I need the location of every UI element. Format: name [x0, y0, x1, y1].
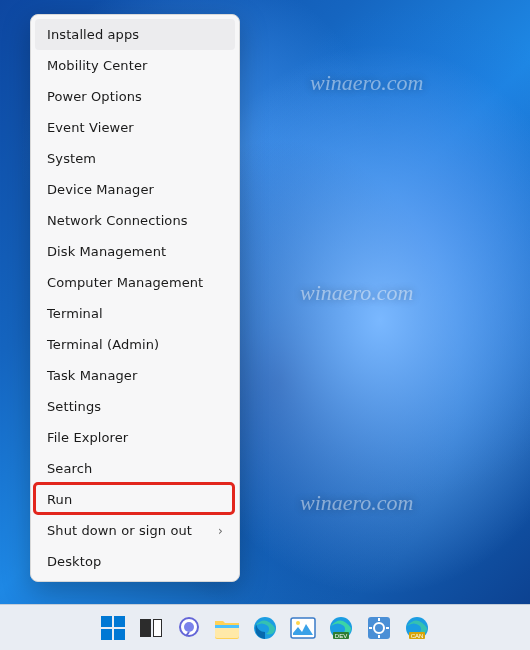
- taskbar: DEV CAN: [0, 604, 530, 650]
- svg-text:DEV: DEV: [335, 633, 347, 639]
- menu-item-label: Terminal: [47, 306, 103, 321]
- menu-item-label: Settings: [47, 399, 101, 414]
- taskview-icon[interactable]: [137, 614, 165, 642]
- menu-item-terminal-admin[interactable]: Terminal (Admin): [35, 329, 235, 360]
- watermark-text: winaero.com: [310, 70, 423, 96]
- menu-item-label: Desktop: [47, 554, 101, 569]
- menu-item-label: Device Manager: [47, 182, 154, 197]
- settings-alt-icon[interactable]: [365, 614, 393, 642]
- winx-context-menu: Installed appsMobility CenterPower Optio…: [30, 14, 240, 582]
- menu-item-mobility-center[interactable]: Mobility Center: [35, 50, 235, 81]
- menu-item-run[interactable]: Run: [35, 484, 235, 515]
- start-icon[interactable]: [99, 614, 127, 642]
- menu-item-label: System: [47, 151, 96, 166]
- menu-item-installed-apps[interactable]: Installed apps: [35, 19, 235, 50]
- menu-item-label: Mobility Center: [47, 58, 147, 73]
- menu-item-label: File Explorer: [47, 430, 128, 445]
- svg-point-6: [296, 621, 300, 625]
- watermark-text: winaero.com: [300, 280, 413, 306]
- watermark-text: winaero.com: [300, 490, 413, 516]
- chevron-right-icon: ›: [218, 524, 223, 538]
- svg-rect-3: [215, 625, 239, 628]
- svg-text:CAN: CAN: [411, 633, 424, 639]
- menu-item-label: Network Connections: [47, 213, 188, 228]
- menu-item-label: Power Options: [47, 89, 142, 104]
- menu-item-label: Task Manager: [47, 368, 137, 383]
- chat-icon[interactable]: [175, 614, 203, 642]
- file-explorer-icon[interactable]: [213, 614, 241, 642]
- menu-item-label: Search: [47, 461, 92, 476]
- edge-canary-icon[interactable]: CAN: [403, 614, 431, 642]
- menu-item-network-connections[interactable]: Network Connections: [35, 205, 235, 236]
- menu-item-file-explorer[interactable]: File Explorer: [35, 422, 235, 453]
- menu-item-search[interactable]: Search: [35, 453, 235, 484]
- menu-item-shut-down-or-sign-out[interactable]: Shut down or sign out›: [35, 515, 235, 546]
- menu-item-computer-management[interactable]: Computer Management: [35, 267, 235, 298]
- menu-item-device-manager[interactable]: Device Manager: [35, 174, 235, 205]
- menu-item-desktop[interactable]: Desktop: [35, 546, 235, 577]
- svg-point-1: [184, 622, 194, 632]
- menu-item-terminal[interactable]: Terminal: [35, 298, 235, 329]
- photos-icon[interactable]: [289, 614, 317, 642]
- desktop: winaero.com winaero.com winaero.com Inst…: [0, 0, 530, 650]
- menu-item-label: Run: [47, 492, 72, 507]
- menu-item-label: Installed apps: [47, 27, 139, 42]
- menu-item-task-manager[interactable]: Task Manager: [35, 360, 235, 391]
- menu-item-label: Disk Management: [47, 244, 166, 259]
- menu-item-system[interactable]: System: [35, 143, 235, 174]
- menu-item-label: Event Viewer: [47, 120, 134, 135]
- menu-item-label: Shut down or sign out: [47, 523, 192, 538]
- menu-item-event-viewer[interactable]: Event Viewer: [35, 112, 235, 143]
- menu-item-settings[interactable]: Settings: [35, 391, 235, 422]
- menu-item-label: Terminal (Admin): [47, 337, 159, 352]
- edge-dev-icon[interactable]: DEV: [327, 614, 355, 642]
- edge-icon[interactable]: [251, 614, 279, 642]
- menu-item-power-options[interactable]: Power Options: [35, 81, 235, 112]
- menu-item-label: Computer Management: [47, 275, 203, 290]
- menu-item-disk-management[interactable]: Disk Management: [35, 236, 235, 267]
